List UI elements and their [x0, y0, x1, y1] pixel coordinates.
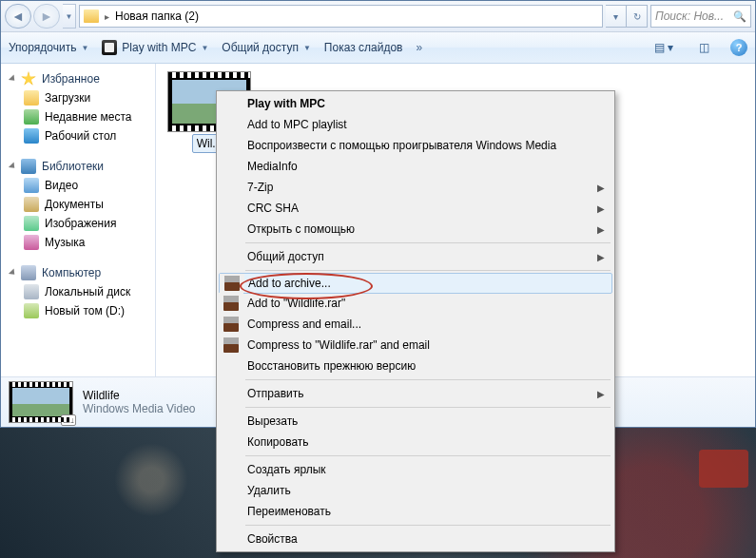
libraries-label: Библиотеки — [42, 160, 104, 173]
winrar-icon — [223, 317, 239, 332]
ctx-cut[interactable]: Вырезать — [219, 411, 612, 432]
organize-label: Упорядочить — [9, 41, 76, 54]
submenu-arrow-icon: ▶ — [597, 224, 605, 235]
sidebar-item-desktop[interactable]: Рабочий стол — [1, 126, 155, 145]
music-icon — [24, 235, 39, 250]
chevron-down-icon: ▼ — [303, 44, 311, 52]
details-filename: Wildlife — [83, 389, 196, 402]
winrar-icon — [223, 337, 239, 353]
navigation-bar: ◄ ► ▼ ▸ Новая папка (2) ▾ ↻ Поиск: Нов..… — [1, 1, 755, 32]
ctx-play-wmp[interactable]: Воспроизвести с помощью проигрывателя Wi… — [219, 135, 612, 156]
sidebar-item-downloads[interactable]: Загрузки — [1, 88, 155, 107]
ctx-compress-email[interactable]: Compress and email... — [219, 314, 612, 335]
sidebar-item-videos[interactable]: Видео — [1, 176, 155, 195]
sidebar-item-pictures[interactable]: Изображения — [1, 214, 155, 233]
collapse-icon — [9, 162, 17, 170]
recent-icon — [24, 109, 39, 125]
slideshow-button[interactable]: Показ слайдов — [324, 41, 403, 54]
forward-button[interactable]: ► — [33, 4, 60, 29]
computer-header[interactable]: Компьютер — [1, 263, 155, 282]
help-icon[interactable]: ? — [730, 39, 747, 56]
ctx-add-playlist[interactable]: Add to MPC playlist — [219, 114, 612, 135]
winrar-icon — [224, 276, 240, 291]
collapse-icon — [9, 74, 17, 83]
image-icon — [24, 216, 39, 231]
mpc-badge-icon: 321 — [61, 414, 76, 426]
submenu-arrow-icon: ▶ — [597, 183, 605, 193]
navigation-pane: Избранное Загрузки Недавние места Рабочи… — [1, 64, 156, 376]
submenu-arrow-icon: ▶ — [597, 252, 605, 262]
ctx-share[interactable]: Общий доступ▶ — [219, 246, 612, 267]
folder-icon — [24, 90, 39, 106]
ctx-separator — [245, 242, 611, 243]
computer-label: Компьютер — [42, 266, 101, 279]
disk-icon — [24, 284, 39, 299]
details-filetype: Windows Media Video — [83, 402, 196, 415]
ctx-separator — [245, 525, 611, 526]
search-icon: 🔍 — [733, 10, 746, 23]
ctx-copy[interactable]: Копировать — [219, 432, 612, 452]
sidebar-item-music[interactable]: Музыка — [1, 233, 155, 252]
command-bar: Упорядочить ▼ Play with MPC ▼ Общий дост… — [1, 32, 755, 64]
address-dropdown[interactable]: ▾ — [606, 5, 627, 28]
breadcrumb-sep-icon: ▸ — [105, 11, 109, 22]
back-button[interactable]: ◄ — [5, 4, 31, 29]
folder-icon — [84, 10, 99, 23]
ctx-restore-previous[interactable]: Восстановить прежнюю версию — [219, 356, 612, 376]
organize-menu[interactable]: Упорядочить ▼ — [9, 41, 88, 54]
context-menu: Play with MPC Add to MPC playlist Воспро… — [216, 90, 615, 552]
sidebar-item-drive-d[interactable]: Новый том (D:) — [1, 301, 155, 320]
ctx-separator — [245, 379, 611, 380]
sidebar-item-local-disk[interactable]: Локальный диск — [1, 282, 155, 301]
address-bar[interactable]: ▸ Новая папка (2) — [79, 5, 603, 28]
ctx-create-shortcut[interactable]: Создать ярлык — [219, 459, 612, 480]
search-placeholder: Поиск: Нов... — [655, 10, 724, 23]
wallpaper-badge — [699, 450, 748, 488]
ctx-rename[interactable]: Переименовать — [219, 501, 612, 522]
submenu-arrow-icon: ▶ — [597, 389, 605, 399]
play-mpc-label: Play with MPC — [122, 41, 196, 54]
ctx-separator — [245, 270, 611, 271]
ctx-separator — [245, 407, 611, 408]
ctx-crc[interactable]: CRC SHA▶ — [219, 198, 612, 219]
winrar-icon — [223, 296, 239, 311]
ctx-add-to-rar[interactable]: Add to "Wildlife.rar" — [219, 293, 612, 314]
collapse-icon — [9, 268, 17, 277]
preview-pane-button[interactable]: ◫ — [690, 37, 717, 58]
ctx-add-to-archive[interactable]: Add to archive... — [219, 273, 612, 294]
submenu-arrow-icon: ▶ — [597, 203, 605, 214]
ctx-mediainfo[interactable]: MediaInfo — [219, 156, 612, 177]
ctx-send-to[interactable]: Отправить▶ — [219, 383, 612, 404]
ctx-compress-rar-email[interactable]: Compress to "Wildlife.rar" and email — [219, 335, 612, 356]
ctx-open-with[interactable]: Открыть с помощью▶ — [219, 219, 612, 240]
history-dropdown[interactable]: ▼ — [63, 4, 76, 29]
video-icon — [24, 178, 39, 193]
star-icon — [21, 71, 36, 87]
computer-icon — [21, 265, 36, 280]
ctx-play-mpc[interactable]: Play with MPC — [219, 93, 612, 114]
libraries-header[interactable]: Библиотеки — [1, 157, 155, 176]
favorites-header[interactable]: Избранное — [1, 69, 155, 88]
desktop-icon — [24, 128, 39, 144]
drive-icon — [24, 303, 39, 318]
slideshow-label: Показ слайдов — [324, 41, 403, 54]
ctx-properties[interactable]: Свойства — [219, 529, 612, 549]
sidebar-item-documents[interactable]: Документы — [1, 195, 155, 214]
toolbar-overflow-icon[interactable]: » — [416, 41, 422, 54]
breadcrumb-folder[interactable]: Новая папка (2) — [115, 10, 199, 23]
refresh-button[interactable]: ↻ — [627, 5, 648, 28]
chevron-down-icon: ▼ — [201, 44, 208, 52]
share-label: Общий доступ — [222, 41, 299, 54]
share-menu[interactable]: Общий доступ ▼ — [222, 41, 311, 54]
play-mpc-button[interactable]: Play with MPC ▼ — [102, 40, 208, 55]
view-options-button[interactable]: ▤ ▾ — [650, 37, 677, 58]
ctx-7zip[interactable]: 7-Zip▶ — [219, 177, 612, 198]
favorites-label: Избранное — [42, 72, 100, 86]
chevron-down-icon: ▼ — [81, 44, 88, 52]
ctx-separator — [245, 455, 611, 456]
details-thumbnail: 321 — [9, 381, 73, 423]
mpc-icon — [102, 40, 117, 55]
sidebar-item-recent[interactable]: Недавние места — [1, 107, 155, 126]
ctx-delete[interactable]: Удалить — [219, 480, 612, 501]
search-input[interactable]: Поиск: Нов... 🔍 — [650, 5, 751, 28]
